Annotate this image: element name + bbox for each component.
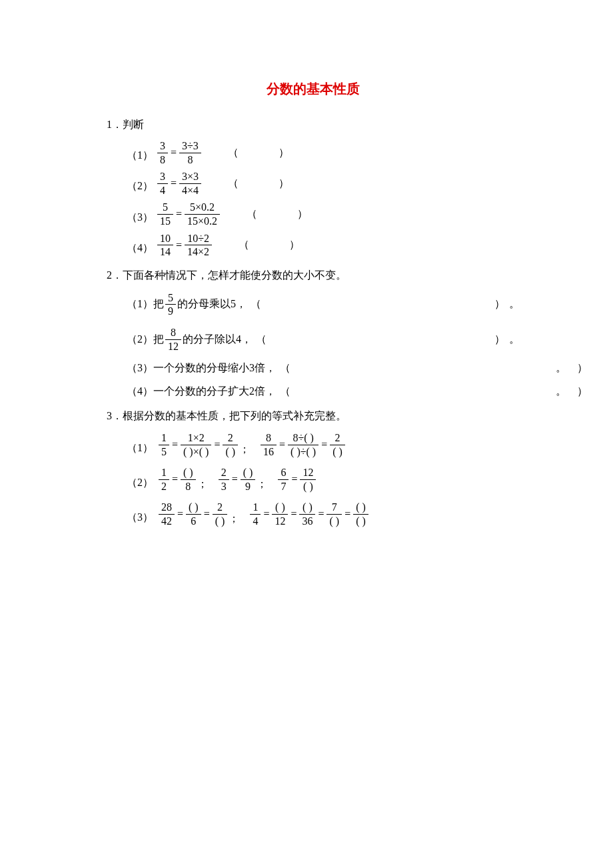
q1-3-math: 515 = 5×0.215×0.2 [157,201,220,227]
q3-row-1: （1） 15 = 1×2( )×( ) = 2( ) ； 816 = 8÷( )… [127,431,520,458]
q1-head: 1．判断 [107,118,520,132]
paren-open: （ [228,146,239,160]
q3-row-3: （3） 2842 = ( )6 = 2( ) ； 14 = ( )12 = ( … [127,501,520,527]
q2-item-2: （2）把 812 的分子除以4， （ ） 。 [127,327,520,352]
q2-item-4: （4）一个分数的分子扩大2倍， （ ） 。 [127,385,520,399]
worksheet-page: 分数的基本性质 1．判断 （1） 38 = 3÷38 （ ） （2） 34 = … [0,0,613,575]
q1-1-math: 38 = 3÷38 [157,140,201,165]
q3-row-2: （2） 12 = ( )8 ； 23 = ( )9 ； 67 = 12( ) [127,466,520,493]
q1-item-2: （2） 34 = 3×34×4 （ ） [127,171,520,196]
equals: = [171,147,177,159]
q3-head: 3．根据分数的基本性质，把下列的等式补充完整。 [107,409,520,423]
q1-item-3: （3） 515 = 5×0.215×0.2 （ ） [127,201,520,227]
q1-item-1: （1） 38 = 3÷38 （ ） [127,140,520,165]
q1-3-label: （3） [127,211,153,227]
q1-4-math: 1014 = 10÷214×2 [157,233,212,258]
page-title: 分数的基本性质 [107,80,520,98]
q2-item-1: （1）把 59 的分母乘以5， （ ） 。 [127,292,520,317]
q1-2-math: 34 = 3×34×4 [157,171,201,196]
q1-item-4: （4） 1014 = 10÷214×2 （ ） [127,233,520,258]
q1-1-label: （1） [127,149,153,165]
q2-head: 2．下面各种情况下，怎样才能使分数的大小不变。 [107,269,520,283]
q1-2-label: （2） [127,179,153,196]
q2-item-3: （3）一个分数的分母缩小3倍， （ ） 。 [127,361,520,375]
q1-4-label: （4） [127,241,153,258]
paren-close: ） [279,146,289,160]
